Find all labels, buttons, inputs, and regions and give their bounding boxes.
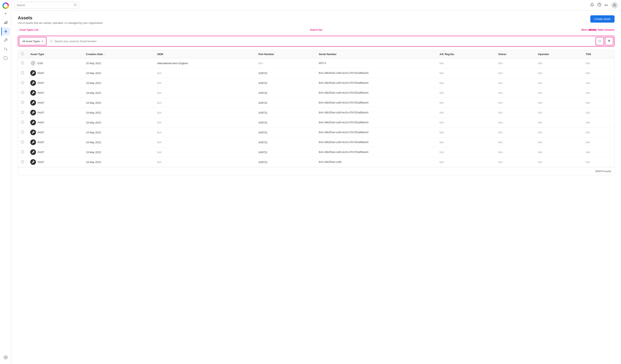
- sidebar-item-assets[interactable]: [1, 27, 10, 35]
- asset-type-label: PART: [37, 121, 44, 124]
- asset-type-dropdown[interactable]: All Asset Types ▼: [19, 37, 46, 45]
- global-search-box[interactable]: [15, 2, 79, 8]
- cell-part-number: 2A9721: [255, 98, 315, 108]
- total-count: 60979 Assets: [595, 170, 611, 173]
- help-icon[interactable]: [597, 3, 602, 8]
- cell-asset-type: PART: [27, 137, 83, 147]
- sidebar-item-documents[interactable]: [2, 54, 10, 62]
- cell-tsn: N/A: [583, 147, 614, 157]
- cell-operator: N/A: [535, 88, 583, 98]
- asset-search-field[interactable]: [47, 36, 595, 46]
- plane-icon: [4, 29, 8, 34]
- cell-oem: N/A: [154, 108, 255, 118]
- cell-oem: N/A: [154, 78, 255, 88]
- col-creation-date[interactable]: Creation Date ↓: [83, 50, 154, 58]
- table-row[interactable]: PART 19 May 2022 N/A 2A9721 BAA-38b255a4…: [18, 147, 614, 157]
- row-checkbox[interactable]: [21, 101, 24, 104]
- cell-serial-number: BAA-38b255a4-ca59-4e19-e75f-f253af88a4c6: [315, 118, 436, 128]
- table-row[interactable]: PART 19 May 2022 N/A 2A9721 BAA-38b255a4…: [18, 128, 614, 137]
- sidebar-item-maintenance[interactable]: [2, 36, 10, 44]
- row-checkbox[interactable]: [21, 160, 24, 163]
- row-checkbox-cell[interactable]: [18, 108, 27, 118]
- cell-ac-reg: N/A: [436, 78, 495, 88]
- row-checkbox-cell[interactable]: [18, 137, 27, 147]
- notifications-icon[interactable]: [590, 3, 594, 8]
- row-checkbox[interactable]: [21, 91, 24, 94]
- col-oem[interactable]: OEM: [154, 50, 255, 58]
- sidebar-item-settings[interactable]: [2, 353, 10, 362]
- cell-tsn: N/A: [583, 78, 614, 88]
- table-row[interactable]: PART 19 May 2022 N/A 2A9721 BAA-38b255a4…: [18, 118, 614, 128]
- sidebar-item-add[interactable]: +: [2, 10, 10, 18]
- col-asset-type[interactable]: Asset Type: [27, 50, 83, 58]
- row-checkbox-cell[interactable]: [18, 88, 27, 98]
- row-checkbox[interactable]: [21, 150, 24, 153]
- row-checkbox-cell[interactable]: [18, 157, 27, 167]
- cell-serial-number: BAA-38b255a4-ca59-4e19-e75f-f253af88a4c6: [315, 147, 436, 157]
- cell-oem: N/A: [154, 147, 255, 157]
- col-part-number[interactable]: Part Number: [255, 50, 315, 58]
- cell-operator: N/A: [535, 128, 583, 137]
- create-asset-button[interactable]: Create Asset: [590, 15, 615, 23]
- row-checkbox-cell[interactable]: [18, 147, 27, 157]
- row-checkbox-cell[interactable]: [18, 118, 27, 128]
- col-ac-reg[interactable]: A/C Reg.No.: [436, 50, 495, 58]
- row-checkbox[interactable]: [21, 71, 24, 74]
- row-checkbox-cell[interactable]: [18, 78, 27, 88]
- cell-operator: N/A: [535, 108, 583, 118]
- table-row[interactable]: PART 19 May 2022 N/A 2A9721 BAA-38b255a4…: [18, 68, 614, 78]
- row-checkbox[interactable]: [21, 81, 24, 84]
- select-all-checkbox[interactable]: [21, 52, 24, 55]
- search-bar-icon: [50, 40, 53, 43]
- cell-tsn: N/A: [583, 88, 614, 98]
- row-checkbox[interactable]: [21, 62, 24, 64]
- cell-ac-reg: N/A: [436, 68, 495, 78]
- table-row[interactable]: PART 19 May 2022 N/A 2A9721 BAA-38b255a4…: [18, 108, 614, 118]
- annotation-modify-table-columns: Modify Table Columns: [589, 29, 615, 31]
- table-row[interactable]: ESN 20 May 2022 International Aero Engin…: [18, 58, 614, 68]
- cell-part-number: N/A: [255, 58, 315, 68]
- cell-creation-date: 19 May 2022: [83, 68, 154, 78]
- row-checkbox-cell[interactable]: [18, 68, 27, 78]
- sidebar-item-dashboard[interactable]: [2, 18, 10, 27]
- cell-owner: N/A: [495, 78, 535, 88]
- user-initials[interactable]: BA: [605, 4, 608, 7]
- table-row[interactable]: PART 19 May 2022 N/A 2A9721 BAA-38b255a4…: [18, 78, 614, 88]
- sidebar-item-exchange[interactable]: [2, 45, 10, 53]
- row-checkbox[interactable]: [21, 111, 24, 114]
- table-row[interactable]: PART 19 May 2022 N/A 2A9721 BAA-38b255a4…: [18, 98, 614, 108]
- annotation-search-bar: Search bar: [310, 29, 322, 31]
- cell-owner: N/A: [495, 157, 535, 167]
- row-checkbox[interactable]: [21, 141, 24, 143]
- select-all-header[interactable]: [18, 50, 27, 58]
- tool-icon: [4, 38, 8, 43]
- asset-search-input[interactable]: [54, 40, 593, 43]
- col-tsn[interactable]: TSN: [583, 50, 614, 58]
- row-checkbox[interactable]: [21, 121, 24, 123]
- global-search-icon[interactable]: [74, 3, 77, 7]
- table-row[interactable]: PART 19 May 2022 N/A 2A9721 BAA-38b255a4…: [18, 157, 614, 167]
- settings-icon: [4, 355, 8, 360]
- asset-type-label: PART: [37, 82, 44, 84]
- modify-columns-button[interactable]: [605, 37, 613, 45]
- asset-type-label: PART: [37, 141, 44, 144]
- cell-owner: N/A: [495, 88, 535, 98]
- col-serial-number[interactable]: Serial Number: [315, 50, 436, 58]
- cell-operator: N/A: [535, 98, 583, 108]
- user-avatar[interactable]: [611, 2, 618, 8]
- row-checkbox[interactable]: [21, 131, 24, 133]
- row-checkbox-cell[interactable]: [18, 98, 27, 108]
- cell-creation-date: 19 May 2022: [83, 108, 154, 118]
- more-actions-button[interactable]: ···: [596, 37, 604, 45]
- cell-ac-reg: N/A: [436, 58, 495, 68]
- row-checkbox-cell[interactable]: [18, 58, 27, 68]
- cell-creation-date: 19 May 2022: [83, 137, 154, 147]
- row-checkbox-cell[interactable]: [18, 128, 27, 137]
- asset-type-icon: [30, 120, 36, 125]
- table-row[interactable]: PART 19 May 2022 N/A 2A9721 BAA-38b255a4…: [18, 88, 614, 98]
- cell-operator: N/A: [535, 137, 583, 147]
- col-owner[interactable]: Owner: [495, 50, 535, 58]
- col-operator[interactable]: Operator: [535, 50, 583, 58]
- table-row[interactable]: PART 19 May 2022 N/A 2A9721 BAA-38b255a4…: [18, 137, 614, 147]
- global-search-input[interactable]: [17, 4, 74, 7]
